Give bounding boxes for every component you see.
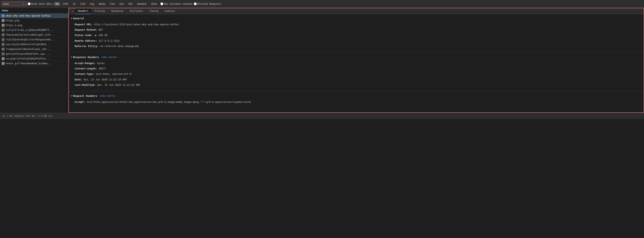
list-item[interactable]: https_2.png — [0, 23, 68, 28]
filter-font[interactable]: Font — [108, 2, 117, 6]
status-code-val: 200 OK — [98, 34, 108, 37]
other-icon — [2, 52, 4, 55]
general-section-title: General — [73, 17, 84, 20]
filter-buttons: All XHR JS CSS Img Media Font Doc WS Man… — [54, 2, 159, 6]
list-item[interactable]: sync?pid=1391&ref=http%3A%2... — [0, 42, 68, 47]
file-name: sync?pid=1391&ref=http%3A%2... — [6, 43, 51, 46]
filter-media[interactable]: Media — [96, 2, 108, 6]
last-modified-key: Last-Modified: — [75, 84, 96, 86]
status-code-row: Status Code: 200 OK — [75, 33, 640, 38]
other-icon — [2, 38, 4, 41]
file-name: ?callback=dsqGlitterResponseHa... — [6, 38, 55, 41]
img-icon — [2, 62, 4, 65]
file-name: https_2.png — [6, 24, 22, 27]
general-section-header[interactable]: ▼ General — [69, 16, 644, 21]
svg-rect-0 — [2, 14, 4, 17]
filter-js[interactable]: JS — [71, 2, 78, 6]
view-source-link[interactable]: view source — [102, 56, 116, 58]
remote-address-val: 127.0.0.1:1313 — [99, 40, 120, 42]
list-item[interactable]: ?companyId=19&id=disqus_id%... — [0, 47, 68, 52]
list-item[interactable]: ?base=default&f=sdeblog&t_u=ht... — [0, 32, 68, 37]
file-name: event.gif?abe=0&embed_hidden... — [6, 62, 52, 65]
collapse-arrow-icon: ▼ — [71, 17, 72, 20]
response-headers-section: ▼ Response Headers view source Accept-Ra… — [69, 53, 644, 91]
request-method-key: Request Method: — [75, 28, 97, 31]
response-header-row: Accept-Ranges: bytes — [75, 61, 640, 66]
status-bar: 11 / 96 requests 912 kB / 2.0 MB tra — [0, 113, 644, 119]
tab-bar: ✕ Headers Preview Response Initiator Tim… — [69, 8, 644, 14]
hide-data-urls-checkbox[interactable] — [28, 2, 30, 5]
remote-address-row: Remote Address: 127.0.0.1:1313 — [75, 38, 640, 44]
tab-headers[interactable]: Headers — [75, 8, 92, 14]
list-item[interactable]: collect?v=1&_v=j82&a=99200477... — [0, 28, 68, 32]
filter-img[interactable]: Img — [88, 2, 96, 6]
list-item[interactable]: https.png — [0, 18, 68, 23]
tab-response[interactable]: Response — [108, 8, 126, 14]
list-item[interactable]: ?callback=dsqGlitterResponseHa... — [0, 37, 68, 42]
blocked-requests-label[interactable]: Blocked Requests — [194, 2, 222, 6]
view-source-link[interactable]: view source — [100, 94, 115, 97]
filter-css[interactable]: CSS — [78, 2, 88, 6]
list-item[interactable]: getuid?https%3A%2F%2Fs.cpx.... — [0, 52, 68, 56]
filter-xhr[interactable]: XHR — [61, 2, 70, 6]
request-headers-section-header[interactable]: ▼ Request Headers view source — [69, 93, 644, 99]
other-icon — [2, 43, 4, 46]
requests-count: 11 / 96 requests — [2, 115, 24, 117]
detail-panel: ✕ Headers Preview Response Initiator Tim… — [68, 8, 644, 113]
remote-address-key: Remote Address: — [75, 40, 97, 42]
tab-cookies[interactable]: Cookies — [162, 8, 178, 14]
file-name: ca.png?ref=http%3A%2F%2Floc... — [6, 57, 51, 60]
svg-rect-6 — [2, 43, 4, 46]
filter-other[interactable]: Other — [149, 2, 159, 6]
tab-preview[interactable]: Preview — [92, 8, 108, 14]
search-clear-icon[interactable]: ✕ — [22, 2, 24, 6]
close-icon[interactable]: ✕ — [70, 8, 75, 14]
divider — [69, 91, 644, 92]
request-url-key: Request URL: — [75, 23, 93, 26]
other-icon — [2, 34, 4, 36]
accept-val: text/html,application/xhtml+xml,applicat… — [87, 101, 251, 104]
tab-initiator[interactable]: Initiator — [127, 8, 146, 14]
response-header-row: Last-Modified: Sat, 13 Jun 2020 11:21:53… — [75, 82, 640, 88]
divider — [69, 52, 644, 53]
response-headers-content: Accept-Ranges: bytes Content-Length: 305… — [69, 60, 644, 90]
svg-rect-10 — [2, 62, 4, 65]
list-item[interactable]: event.gif?abe=0&embed_hidden... — [0, 61, 68, 66]
file-name: https.png — [6, 19, 19, 22]
tab-timing[interactable]: Timing — [146, 8, 161, 14]
response-headers-section-header[interactable]: ▼ Response Headers view source — [69, 54, 644, 60]
general-section-content: Request URL: http://localhost:1313/post/… — [69, 21, 644, 51]
list-item[interactable]: ca.png?ref=http%3A%2F%2Floc... — [0, 56, 68, 61]
svg-rect-1 — [2, 19, 4, 22]
svg-rect-2 — [2, 24, 4, 27]
accept-key: Accept: — [75, 100, 85, 104]
hide-data-urls-label[interactable]: Hide data URLs — [28, 2, 52, 6]
svg-rect-3 — [2, 28, 4, 32]
main-content: Name what-why-and-how-apache-kafka/ http… — [0, 8, 644, 113]
img-icon — [2, 19, 4, 22]
filter-doc[interactable]: Doc — [117, 2, 126, 6]
filter-all[interactable]: All — [54, 2, 60, 6]
accept-ranges-key: Accept-Ranges: — [75, 62, 96, 65]
response-header-row: Content-Type: text/html; charset=utf-8 — [75, 72, 640, 77]
request-headers-title: Request Headers — [73, 94, 97, 98]
request-headers-section: ▼ Request Headers view source Accept: te… — [69, 92, 644, 108]
filter-ws[interactable]: WS — [126, 2, 134, 6]
content-length-key: Content-Length: — [75, 67, 97, 70]
accept-ranges-val: bytes — [97, 62, 104, 65]
blocked-requests-checkbox[interactable] — [194, 2, 196, 5]
search-input[interactable] — [3, 2, 22, 6]
content-length-val: 30577 — [99, 68, 106, 70]
has-blocked-cookies-label[interactable]: Has blocked cookies — [160, 2, 192, 6]
filter-manifest[interactable]: Manifest — [135, 2, 148, 6]
has-blocked-cookies-checkbox[interactable] — [160, 2, 163, 5]
collapse-arrow-icon: ▼ — [71, 95, 72, 97]
response-header-row: Date: Sat, 13 Jun 2020 11:22:10 GMT — [75, 77, 640, 82]
content-type-val: text/html; charset=utf-8 — [96, 73, 132, 76]
file-name: getuid?https%3A%2F%2Fs.cpx.... — [6, 52, 51, 55]
svg-rect-7 — [2, 48, 4, 50]
name-column-header: Name — [0, 8, 68, 14]
search-box: ✕ — [2, 2, 26, 6]
list-item[interactable]: what-why-and-how-apache-kafka/ — [0, 14, 68, 18]
file-name: ?companyId=19&id=disqus_id%... — [6, 48, 51, 50]
